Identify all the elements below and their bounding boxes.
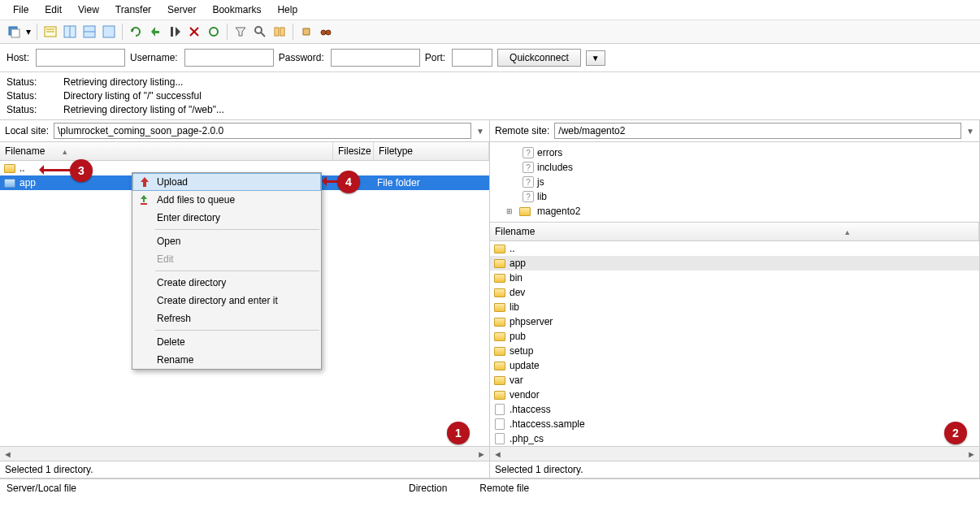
svg-point-18 xyxy=(255,27,262,33)
quickconnect-dropdown[interactable]: ▼ xyxy=(586,50,605,66)
unknown-icon: ? xyxy=(523,191,534,202)
cm-rename[interactable]: Rename xyxy=(132,351,321,369)
list-item[interactable]: bin xyxy=(490,271,979,285)
col-filename[interactable]: Filename▲ xyxy=(490,223,979,240)
quickconnect-button[interactable]: Quickconnect xyxy=(497,49,581,67)
transfer-queue-header: Server/Local file Direction Remote file xyxy=(0,478,980,497)
local-site-label: Local site: xyxy=(5,125,49,136)
toggle-transfer-icon[interactable] xyxy=(100,23,118,41)
search-icon[interactable] xyxy=(251,23,269,41)
local-path-input[interactable] xyxy=(54,123,471,139)
menu-edit[interactable]: Edit xyxy=(37,2,70,17)
dropdown-icon[interactable]: ▼ xyxy=(476,127,484,136)
list-item[interactable]: dev xyxy=(490,285,979,300)
remote-scrollbar[interactable]: ◄► xyxy=(490,446,979,461)
remote-site-label: Remote site: xyxy=(495,125,549,136)
list-item-label: pub xyxy=(510,331,526,342)
menu-bookmarks[interactable]: Bookmarks xyxy=(204,2,269,17)
dropdown-icon[interactable]: ▼ xyxy=(966,127,974,136)
col-remote-file[interactable]: Remote file xyxy=(479,483,562,494)
toggle-tree-icon[interactable] xyxy=(61,23,79,41)
menu-view[interactable]: View xyxy=(70,2,107,17)
port-label: Port: xyxy=(425,52,445,63)
list-item[interactable]: var xyxy=(490,373,979,388)
list-item[interactable]: .htaccess.sample xyxy=(490,417,979,431)
svg-rect-26 xyxy=(141,203,147,205)
col-server-local[interactable]: Server/Local file xyxy=(7,483,409,494)
remote-list-header: Filename▲ xyxy=(490,223,979,241)
refresh-icon[interactable] xyxy=(127,23,145,41)
tree-item[interactable]: ?lib xyxy=(523,189,973,204)
list-item[interactable]: setup xyxy=(490,344,979,358)
port-input[interactable] xyxy=(452,49,492,67)
cm-upload[interactable]: Upload xyxy=(132,173,321,191)
menu-server[interactable]: Server xyxy=(159,2,204,17)
menu-help[interactable]: Help xyxy=(269,2,306,17)
sync-browse-icon[interactable] xyxy=(297,23,315,41)
cm-enter-directory[interactable]: Enter directory xyxy=(132,209,321,227)
folder-icon xyxy=(493,286,506,299)
list-item[interactable]: vendor xyxy=(490,388,979,402)
svg-marker-13 xyxy=(176,27,180,37)
local-scrollbar[interactable]: ◄► xyxy=(0,446,489,461)
menu-separator xyxy=(155,229,319,230)
host-input[interactable] xyxy=(36,49,125,67)
list-item[interactable]: pub xyxy=(490,329,979,344)
cm-open[interactable]: Open xyxy=(132,232,321,250)
col-filetype[interactable]: Filetype xyxy=(374,142,489,160)
process-queue-icon[interactable] xyxy=(146,23,164,41)
reconnect-icon[interactable] xyxy=(205,23,223,41)
quickconnect-bar: Host: Username: Password: Port: Quickcon… xyxy=(0,44,980,72)
menu-file[interactable]: File xyxy=(5,2,37,17)
cm-add-queue[interactable]: Add files to queue xyxy=(132,191,321,209)
list-item[interactable]: .htaccess xyxy=(490,402,979,417)
list-item[interactable]: .. xyxy=(490,241,979,256)
disconnect-icon[interactable] xyxy=(185,23,203,41)
list-item[interactable]: .php_cs xyxy=(490,431,979,446)
cm-create-directory[interactable]: Create directory xyxy=(132,274,321,292)
tree-item[interactable]: ?errors xyxy=(523,145,973,160)
compare-icon[interactable] xyxy=(271,23,288,41)
binoculars-icon[interactable] xyxy=(317,23,335,41)
remote-path-input[interactable] xyxy=(554,123,961,139)
tree-item[interactable]: ?js xyxy=(523,175,973,189)
local-list-header: Filename▲ Filesize Filetype xyxy=(0,142,489,161)
expand-icon[interactable]: ⊞ xyxy=(506,206,513,218)
site-manager-icon[interactable] xyxy=(5,23,23,41)
list-item[interactable]: phpserver xyxy=(490,314,979,329)
remote-file-list[interactable]: ..appbindevlibphpserverpubsetupupdatevar… xyxy=(490,241,979,446)
site-manager-dropdown-icon[interactable]: ▾ xyxy=(24,23,33,41)
toolbar-separator xyxy=(122,24,123,40)
col-filename[interactable]: Filename▲ xyxy=(0,142,333,160)
tree-item[interactable]: ?includes xyxy=(523,160,973,175)
remote-tree[interactable]: ?errors ?includes ?js ?lib ⊞magento2 xyxy=(490,142,979,223)
svg-point-23 xyxy=(326,30,331,35)
list-item[interactable]: app xyxy=(490,256,979,271)
cm-create-enter[interactable]: Create directory and enter it xyxy=(132,292,321,310)
toggle-queue-icon[interactable] xyxy=(80,23,98,41)
annotation-arrow-3 xyxy=(41,169,72,171)
list-item[interactable]: update xyxy=(490,358,979,373)
list-item-label: .htaccess xyxy=(510,404,551,415)
col-filesize[interactable]: Filesize xyxy=(333,142,374,160)
svg-line-19 xyxy=(261,32,265,37)
list-item-label: setup xyxy=(510,345,533,357)
password-input[interactable] xyxy=(331,49,420,67)
file-icon xyxy=(493,403,506,416)
toggle-log-icon[interactable] xyxy=(41,23,59,41)
log-label: Status: xyxy=(7,76,63,89)
cm-refresh[interactable]: Refresh xyxy=(132,310,321,327)
filter-icon[interactable] xyxy=(232,23,249,41)
menu-transfer[interactable]: Transfer xyxy=(107,2,159,17)
svg-rect-1 xyxy=(11,29,20,37)
cm-delete[interactable]: Delete xyxy=(132,333,321,351)
tree-item[interactable]: ⊞magento2 xyxy=(506,204,973,219)
cancel-icon[interactable] xyxy=(166,23,184,41)
username-input[interactable] xyxy=(184,49,274,67)
log-label: Status: xyxy=(7,103,63,117)
folder-icon xyxy=(493,359,506,372)
list-item[interactable]: lib xyxy=(490,300,979,314)
svg-rect-21 xyxy=(280,28,284,36)
folder-icon xyxy=(493,374,506,387)
col-direction[interactable]: Direction xyxy=(409,483,479,494)
